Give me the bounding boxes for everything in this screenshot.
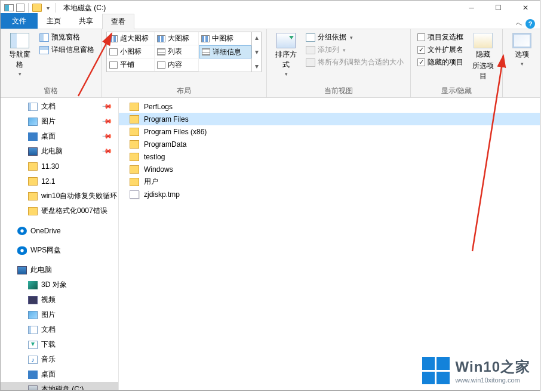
- tree-item[interactable]: 硬盘格式化0007错误: [1, 203, 118, 218]
- tree-item[interactable]: 3D 对象: [1, 277, 118, 292]
- addcolumn-button[interactable]: 添加列▾: [304, 44, 405, 55]
- tree-item[interactable]: OneDrive: [1, 223, 118, 238]
- layout-xl-icons[interactable]: 超大图标: [107, 32, 155, 45]
- doc-icon: [28, 326, 38, 334]
- layout-medium-icons[interactable]: 中图标: [199, 32, 251, 45]
- tree-item[interactable]: 本地磁盘 (C:): [1, 382, 118, 390]
- ribbon-group-panes: 导航窗格 ▾ 预览窗格 详细信息窗格 窗格: [1, 29, 102, 97]
- layout-content[interactable]: 内容: [155, 58, 199, 72]
- tree-item[interactable]: 桌面📌: [1, 129, 118, 144]
- file-row[interactable]: zjdiskp.tmp: [119, 188, 540, 200]
- file-row[interactable]: testlog: [119, 150, 540, 163]
- pin-icon: 📌: [101, 101, 112, 112]
- folder-icon: [130, 128, 139, 136]
- tree-item[interactable]: win10自动修复失败循环: [1, 189, 118, 203]
- tab-view[interactable]: 查看: [102, 14, 134, 29]
- tree-item-label: 文档: [41, 325, 56, 335]
- tree-item[interactable]: ♪音乐: [1, 352, 118, 367]
- watermark: Win10之家 www.win10xitong.com: [422, 357, 530, 384]
- tree-item-label: 11.30: [41, 162, 59, 171]
- watermark-url: www.win10xitong.com: [456, 376, 530, 384]
- file-row[interactable]: Program Files (x86): [119, 125, 540, 138]
- tree-item[interactable]: 下载: [1, 337, 118, 352]
- tree-item-label: 此电脑: [30, 265, 52, 275]
- preview-pane-button[interactable]: 预览窗格: [38, 32, 96, 43]
- tree-item[interactable]: 文档: [1, 322, 118, 337]
- ribbon-group-layout: 超大图标 大图标 中图标 ▴▾▾ 小图标 列表 详细信息 平铺 内容 布局: [102, 29, 267, 97]
- tree-item[interactable]: 11.30: [1, 159, 118, 174]
- minimize-button[interactable]: ─: [458, 1, 485, 15]
- tree-item[interactable]: 图片📌: [1, 114, 118, 129]
- file-name: ProgramData: [144, 140, 186, 149]
- tree-item[interactable]: 此电脑📌: [1, 144, 118, 159]
- tree-item[interactable]: WPS网盘: [1, 243, 118, 258]
- minimize-ribbon-icon[interactable]: へ: [516, 20, 522, 28]
- hide-selected-button[interactable]: 隐藏 所选项目: [469, 32, 497, 82]
- tree-item[interactable]: 12.1: [1, 174, 118, 189]
- od-icon: [17, 227, 27, 235]
- sort-button[interactable]: 排序方式 ▾: [272, 32, 300, 78]
- system-icon[interactable]: [4, 4, 14, 11]
- file-row[interactable]: PerfLogs: [119, 100, 540, 113]
- file-name: 用户: [144, 177, 158, 187]
- help-icon[interactable]: ?: [525, 19, 535, 29]
- groupby-button[interactable]: 分组依据▾: [304, 32, 405, 43]
- layout-large-icons[interactable]: 大图标: [155, 32, 199, 45]
- tree-item[interactable]: 视频: [1, 292, 118, 307]
- tree-item-label: 硬盘格式化0007错误: [41, 206, 107, 216]
- group-label-currentview: 当前视图: [272, 85, 405, 96]
- ribbon: 导航窗格 ▾ 预览窗格 详细信息窗格 窗格 超大图标 大图标 中图标 ▴▾▾ 小…: [1, 29, 540, 98]
- file-row[interactable]: 用户: [119, 175, 540, 188]
- item-checkboxes-toggle[interactable]: 项目复选框: [416, 32, 465, 43]
- fold-icon: [28, 192, 38, 200]
- vid-icon: [28, 296, 38, 304]
- tree-item[interactable]: 图片: [1, 307, 118, 322]
- file-row[interactable]: ProgramData: [119, 138, 540, 150]
- file-ext-toggle[interactable]: 文件扩展名: [416, 44, 465, 55]
- tree-item[interactable]: 桌面: [1, 367, 118, 382]
- desk-icon: [28, 132, 38, 141]
- qat-props-icon[interactable]: [16, 4, 24, 12]
- qat-folder-icon[interactable]: [32, 4, 42, 12]
- close-button[interactable]: ✕: [512, 1, 539, 15]
- folder-icon: [130, 140, 139, 149]
- layout-scroll[interactable]: ▴▾▾: [251, 32, 261, 72]
- tab-file[interactable]: 文件: [1, 13, 38, 29]
- ribbon-tabs: 文件 主页 共享 查看 へ ?: [1, 15, 540, 29]
- tree-item[interactable]: 文档📌: [1, 99, 118, 114]
- tab-home[interactable]: 主页: [38, 13, 70, 29]
- layout-tiles[interactable]: 平铺: [107, 58, 155, 72]
- nav-pane-button[interactable]: 导航窗格 ▾: [5, 32, 34, 78]
- tree-item-label: 图片: [41, 116, 56, 126]
- explorer-window: ▾ 本地磁盘 (C:) ─ ☐ ✕ 文件 主页 共享 查看 へ ? 导航窗格 ▾: [0, 0, 540, 391]
- fold-icon: [28, 162, 38, 171]
- nav-tree[interactable]: 文档📌图片📌桌面📌此电脑📌11.3012.1win10自动修复失败循环硬盘格式化…: [1, 98, 119, 390]
- layout-list[interactable]: 列表: [155, 45, 199, 58]
- file-name: Program Files: [144, 115, 189, 124]
- layout-gallery[interactable]: 超大图标 大图标 中图标 ▴▾▾ 小图标 列表 详细信息 平铺 内容: [106, 32, 262, 72]
- tab-share[interactable]: 共享: [70, 13, 102, 29]
- tree-item[interactable]: 此电脑: [1, 263, 118, 277]
- maximize-button[interactable]: ☐: [485, 1, 512, 15]
- pc-icon: [17, 266, 27, 274]
- file-name: Program Files (x86): [144, 128, 207, 136]
- layout-small-icons[interactable]: 小图标: [107, 45, 155, 58]
- options-button[interactable]: 选项 ▾: [508, 32, 536, 68]
- group-label-showhide: 显示/隐藏: [416, 85, 497, 96]
- tree-item-label: win10自动修复失败循环: [41, 191, 117, 201]
- qat-dropdown-icon[interactable]: ▾: [44, 5, 52, 11]
- tree-item-label: 3D 对象: [41, 280, 67, 290]
- doc-icon: [28, 103, 38, 111]
- mus-icon: ♪: [28, 356, 38, 364]
- hidden-items-toggle[interactable]: 隐藏的项目: [416, 57, 465, 68]
- autofit-button[interactable]: 将所有列调整为合适的大小: [304, 57, 405, 68]
- file-row[interactable]: Windows: [119, 163, 540, 175]
- file-row[interactable]: Program Files: [119, 113, 540, 125]
- wps-icon: [17, 246, 27, 255]
- ribbon-group-showhide: 项目复选框 文件扩展名 隐藏的项目 隐藏 所选项目 显示/隐藏: [411, 29, 503, 97]
- folder-icon: [130, 115, 139, 124]
- layout-details[interactable]: 详细信息: [199, 45, 251, 58]
- pc-icon: [28, 147, 38, 156]
- file-list[interactable]: PerfLogsProgram FilesProgram Files (x86)…: [119, 98, 540, 390]
- details-pane-button[interactable]: 详细信息窗格: [38, 44, 96, 55]
